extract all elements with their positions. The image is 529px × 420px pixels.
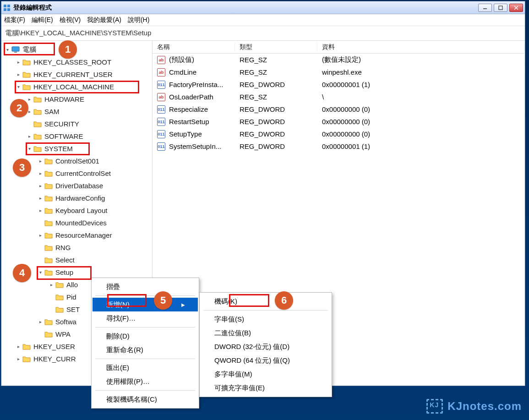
window-title: 登錄編輯程式 [13,4,478,12]
folder-icon [33,108,42,115]
col-name[interactable]: 名稱 [153,43,235,51]
chevron-right-icon[interactable]: ▸ [37,207,44,214]
dword-value-icon: 011 [157,81,165,89]
close-button[interactable] [509,4,523,12]
string-value-icon: ab [157,93,165,101]
folder-icon [22,343,31,350]
col-type[interactable]: 類型 [235,43,317,51]
menu-file[interactable]: 檔案(F) [4,16,25,24]
folder-icon [55,306,64,313]
value-type: REG_DWORD [235,142,317,150]
value-type: REG_DWORD [235,130,317,138]
maximize-button[interactable] [494,4,507,12]
tree-resmgr[interactable]: ▸ResourceManager [1,229,152,241]
chevron-right-icon[interactable]: ▸ [15,71,22,78]
folder-icon [44,219,53,226]
list-row[interactable]: 011RestartSetupREG_DWORD0x00000000 (0) [153,115,525,128]
svg-rect-1 [7,5,10,7]
tree-mounted[interactable]: MountedDevices [1,217,152,229]
svg-rect-5 [499,6,502,10]
folder-icon [33,120,42,127]
folder-icon [44,256,53,263]
minimize-button[interactable] [478,4,492,12]
tree-hwconfig[interactable]: ▸HardwareConfig [1,192,152,204]
chevron-right-icon[interactable]: ▸ [26,133,33,140]
ctx-export[interactable]: 匯出(E) [93,361,198,375]
sub-multi[interactable]: 多字串值(M) [201,367,331,381]
chevron-right-icon[interactable]: ▸ [15,344,22,350]
list-row[interactable]: ab(預設值)REG_SZ(數值未設定) [153,54,525,66]
list-row[interactable]: 011SystemSetupIn...REG_DWORD0x00000001 (… [153,140,525,153]
value-type: REG_DWORD [235,81,317,88]
list-row[interactable]: 011SetupTypeREG_DWORD0x00000000 (0) [153,128,525,140]
value-data: 0x00000000 (0) [317,118,525,125]
value-data: 0x00000000 (0) [317,105,525,113]
annotation-circle-2: 2 [10,99,28,117]
chevron-right-icon[interactable]: ▸ [37,319,44,325]
chevron-right-icon[interactable]: ▸ [15,59,22,65]
menu-edit[interactable]: 編輯(E) [32,16,53,24]
watermark-icon [426,399,443,414]
list-row[interactable]: 011FactoryPreInsta...REG_DWORD0x00000001… [153,78,525,91]
tree-software[interactable]: ▸SOFTWARE [1,130,152,142]
value-type: REG_DWORD [235,105,317,113]
sub-binary[interactable]: 二進位值(B) [201,326,331,340]
list-header[interactable]: 名稱 類型 資料 [153,41,525,54]
folder-icon [44,318,53,325]
chevron-right-icon[interactable]: ▸ [48,282,55,288]
titlebar[interactable]: 登錄編輯程式 [1,1,525,14]
annotation-box-4 [37,266,92,280]
sub-dword[interactable]: DWORD (32-位元) 值(D) [201,340,331,354]
value-name: RestartSetup [169,118,209,125]
app-icon [3,4,11,11]
chevron-right-icon[interactable]: ▸ [15,356,22,362]
watermark: KJnotes.com [426,399,522,414]
address-bar[interactable]: 電腦\HKEY_LOCAL_MACHINE\SYSTEM\Setup [1,26,525,41]
tree-hkcu[interactable]: ▸HKEY_CURRENT_USER [1,68,152,81]
sub-qword[interactable]: QWORD (64 位元) 值(Q) [201,354,331,367]
ctx-find[interactable]: 尋找(F)… [93,311,198,325]
value-type: REG_SZ [235,56,317,64]
folder-icon [44,195,53,202]
chevron-right-icon[interactable]: ▸ [37,183,44,189]
chevron-right-icon[interactable]: ▸ [37,158,44,164]
chevron-right-icon[interactable]: ▸ [37,232,44,239]
list-row[interactable]: abCmdLineREG_SZwinpeshl.exe [153,66,525,78]
tree-driverdb[interactable]: ▸DriverDatabase [1,180,152,192]
folder-icon [44,158,53,164]
annotation-box-2 [15,81,139,93]
sub-expand[interactable]: 可擴充字串值(E) [201,381,331,395]
list-row[interactable]: abOsLoaderPathREG_SZ\ [153,91,525,103]
ctx-rename[interactable]: 重新命名(R) [93,343,198,357]
value-data: 0x00000000 (0) [317,130,525,138]
ctx-delete[interactable]: 刪除(D) [93,329,198,343]
value-name: Respecialize [169,105,208,113]
tree-kblayout[interactable]: ▸Keyboard Layout [1,204,152,217]
value-type: REG_DWORD [235,118,317,125]
annotation-box-6 [229,294,269,307]
folder-icon [33,96,42,103]
ctx-permissions[interactable]: 使用權限(P)… [93,375,198,388]
col-data[interactable]: 資料 [317,43,525,51]
sub-string[interactable]: 字串值(S) [201,312,331,326]
tree-hkcr[interactable]: ▸HKEY_CLASSES_ROOT [1,56,152,68]
value-name: CmdLine [169,68,196,76]
chevron-right-icon[interactable]: ▸ [26,96,33,103]
value-name: (預設值) [169,55,194,64]
annotation-box-3 [26,142,90,155]
folder-icon [44,244,53,251]
value-name: OsLoaderPath [169,93,213,101]
tree-security[interactable]: SECURITY [1,118,152,130]
list-row[interactable]: 011RespecializeREG_DWORD0x00000000 (0) [153,103,525,115]
menu-view[interactable]: 檢視(V) [60,16,81,24]
ctx-collapse[interactable]: 摺疊 [93,280,198,294]
menu-help[interactable]: 說明(H) [128,16,149,24]
menu-favorites[interactable]: 我的最愛(A) [87,16,121,24]
ctx-copykey[interactable]: 複製機碼名稱(C) [93,393,198,406]
tree-rng[interactable]: RNG [1,241,152,254]
string-value-icon: ab [157,68,165,76]
annotation-circle-5: 5 [154,291,172,310]
chevron-right-icon[interactable]: ▸ [37,170,44,177]
annotation-box-1 [4,43,55,55]
chevron-right-icon[interactable]: ▸ [37,195,44,202]
